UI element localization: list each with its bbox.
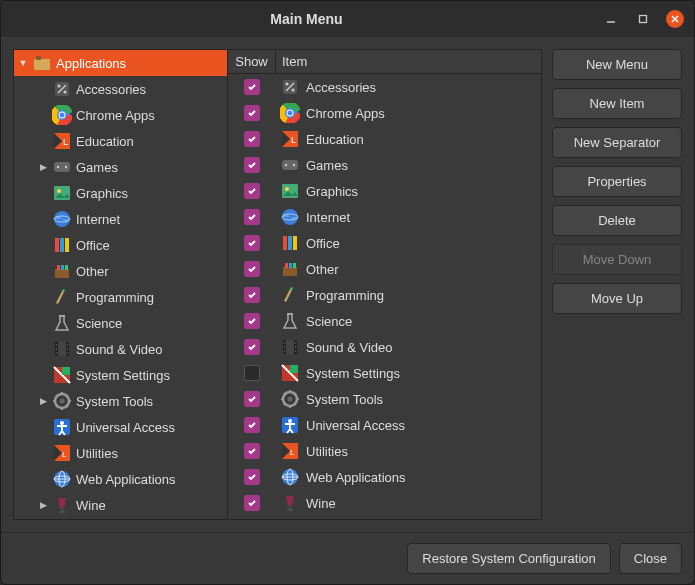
new-menu-button[interactable]: New Menu [552,49,682,80]
item-row[interactable]: Chrome Apps [228,100,541,126]
tree-item[interactable]: Office [14,232,227,258]
item-row[interactable]: Wine [228,490,541,516]
column-header-item[interactable]: Item [276,50,541,73]
svg-point-47 [60,421,64,425]
show-checkbox[interactable] [244,183,260,199]
svg-point-8 [64,91,67,94]
properties-button[interactable]: Properties [552,166,682,197]
item-label: Web Applications [306,470,406,485]
panels: ▼ Applications Accessories Chrome AppsL … [13,49,542,520]
column-header-show[interactable]: Show [228,50,276,73]
move-up-button[interactable]: Move Up [552,283,682,314]
restore-button[interactable]: Restore System Configuration [407,543,610,574]
item-label: Programming [306,288,384,303]
tree-item[interactable]: Graphics [14,180,227,206]
action-buttons: New Menu New Item New Separator Properti… [552,49,682,520]
tree-item[interactable]: Accessories [14,76,227,102]
svg-point-89 [295,342,297,344]
show-checkbox[interactable] [244,261,260,277]
show-checkbox[interactable] [244,235,260,251]
item-row[interactable]: Universal Access [228,412,541,438]
tree-item[interactable]: Programming [14,284,227,310]
tree-item-label: Accessories [76,82,146,97]
expander-icon[interactable]: ▼ [18,58,28,68]
svg-point-37 [56,348,58,350]
close-window-button[interactable] [666,10,684,28]
tree-item[interactable]: Universal Access [14,414,227,440]
expander-icon[interactable]: ▶ [38,500,48,510]
new-separator-button[interactable]: New Separator [552,127,682,158]
item-row[interactable]: Science [228,308,541,334]
expander-icon[interactable]: ▶ [38,396,48,406]
item-row[interactable]: Games [228,152,541,178]
window-controls [602,10,684,28]
tree-item[interactable]: ▶ System Tools [14,388,227,414]
close-button[interactable]: Close [619,543,682,574]
show-checkbox[interactable] [244,209,260,225]
svg-rect-78 [283,267,297,276]
svg-point-87 [284,346,286,348]
show-checkbox[interactable] [244,469,260,485]
show-checkbox[interactable] [244,495,260,511]
titlebar: Main Menu [1,1,694,37]
tree-panel[interactable]: ▼ Applications Accessories Chrome AppsL … [14,50,228,519]
svg-point-7 [58,85,61,88]
minimize-button[interactable] [602,10,620,28]
tree-item[interactable]: L Education [14,128,227,154]
show-checkbox[interactable] [244,313,260,329]
show-checkbox[interactable] [244,443,260,459]
tree-item[interactable]: Science [14,310,227,336]
delete-button[interactable]: Delete [552,205,682,236]
item-row[interactable]: L Utilities [228,438,541,464]
item-row[interactable]: Programming [228,282,541,308]
item-row[interactable]: Graphics [228,178,541,204]
tree-item[interactable]: ▶ Wine [14,492,227,518]
items-panel[interactable]: Show Item Accessories Chrome Apps L Educ… [228,50,541,519]
show-checkbox[interactable] [244,157,260,173]
item-row[interactable]: Internet [228,204,541,230]
show-checkbox[interactable] [244,287,260,303]
utilities-icon: L [280,441,300,461]
item-row[interactable]: Web Applications [228,464,541,490]
svg-rect-5 [36,56,41,60]
chrome-icon [52,105,72,125]
show-checkbox[interactable] [244,391,260,407]
science-icon [52,313,72,333]
tree-item[interactable]: Chrome Apps [14,102,227,128]
item-row[interactable]: Office [228,230,541,256]
education-icon: L [52,131,72,151]
expander-icon[interactable]: ▶ [38,162,48,172]
tree-item-label: Science [76,316,122,331]
tree-item[interactable]: Sound & Video [14,336,227,362]
move-down-button[interactable]: Move Down [552,244,682,275]
show-checkbox[interactable] [244,365,260,381]
tree-root-applications[interactable]: ▼ Applications [14,50,227,76]
svg-rect-82 [287,313,293,315]
games-icon [52,157,72,177]
item-row[interactable]: Accessories [228,74,541,100]
item-row[interactable]: Other [228,256,541,282]
tree-item[interactable]: System Settings [14,362,227,388]
svg-point-41 [67,352,69,354]
tree-item[interactable]: L Utilities [14,440,227,466]
maximize-button[interactable] [634,10,652,28]
show-checkbox[interactable] [244,79,260,95]
item-row[interactable]: System Settings [228,360,541,386]
show-checkbox[interactable] [244,339,260,355]
tree-item[interactable]: Other [14,258,227,284]
wine-icon [52,495,72,515]
education-icon: L [280,129,300,149]
tree-item[interactable]: Web Applications [14,466,227,492]
item-row[interactable]: System Tools [228,386,541,412]
item-row[interactable]: Sound & Video [228,334,541,360]
svg-point-65 [288,111,293,116]
show-checkbox[interactable] [244,417,260,433]
new-item-button[interactable]: New Item [552,88,682,119]
svg-point-45 [60,399,65,404]
item-row[interactable]: L Education [228,126,541,152]
show-checkbox[interactable] [244,105,260,121]
tree-item[interactable]: Internet [14,206,227,232]
main-menu-window: Main Menu ▼ Applications [0,0,695,585]
show-checkbox[interactable] [244,131,260,147]
tree-item[interactable]: ▶ Games [14,154,227,180]
